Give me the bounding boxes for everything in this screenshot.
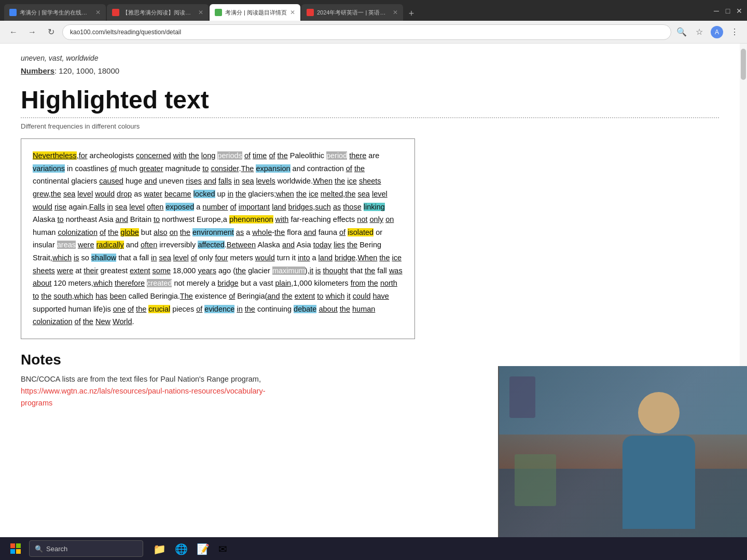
word-for: for — [79, 151, 88, 160]
word-icon: 📝 — [197, 543, 208, 554]
tab-2-close[interactable]: ✕ — [198, 9, 203, 16]
new-tab-button[interactable]: + — [404, 6, 419, 21]
word-also: also — [154, 228, 168, 236]
word-level1: level — [77, 190, 93, 198]
word-on2: on — [170, 228, 178, 236]
tab-2[interactable]: 【雅思考满分阅读】阅读题题阅... ✕ — [107, 4, 209, 21]
menu-icon[interactable]: ⋮ — [728, 26, 741, 38]
word-level2: level — [372, 190, 388, 198]
tab-1-close[interactable]: ✕ — [95, 9, 101, 16]
word-colonization2: colonization — [33, 317, 73, 326]
toolbar-icons: 🔍 ☆ A ⋮ — [675, 26, 741, 38]
tab-1-icon — [9, 9, 17, 16]
word-four: four — [215, 254, 228, 262]
word-were2: were — [57, 267, 73, 275]
word-on1: on — [385, 215, 394, 223]
word-the15: the — [236, 267, 246, 275]
word-of2: of — [269, 151, 275, 160]
text-box: Nevertheless,for archeologists concerned… — [21, 138, 415, 339]
word-of11: of — [196, 305, 202, 313]
tab-4[interactable]: 2024年考研英语一 | 英语真题... ✕ — [301, 4, 403, 21]
address-bar-row: ← → ↻ kao100.com/ielts/reading/question/… — [0, 21, 747, 44]
word-levels: levels — [256, 177, 275, 185]
word-of10: of — [128, 305, 134, 313]
tab-2-icon — [112, 9, 119, 16]
word-which2: which — [93, 279, 113, 287]
word-in3: in — [107, 203, 113, 211]
word-and6: and — [267, 292, 280, 300]
tab-4-close[interactable]: ✕ — [393, 9, 398, 16]
address-bar[interactable]: kao100.com/ielts/reading/question/detail — [62, 24, 671, 40]
tab-1[interactable]: 考满分 | 留学考生的在线课堂 ✕ — [4, 4, 106, 21]
taskbar-app-email[interactable]: ✉ — [215, 539, 233, 558]
user-avatar[interactable]: A — [711, 26, 723, 38]
word-years: years — [198, 267, 216, 275]
word-those: those — [343, 203, 361, 211]
word-to2: to — [58, 215, 64, 223]
word-grew: grew — [33, 190, 49, 198]
word-created: created — [147, 279, 172, 287]
word-list: uneven, vast, worldwide — [21, 54, 719, 62]
word-the7: the — [236, 190, 246, 198]
word-the16: the — [365, 267, 375, 275]
word-of5: of — [230, 203, 237, 211]
word-with2: with — [275, 215, 289, 223]
tab-4-icon — [307, 9, 314, 16]
bookmark-icon[interactable]: ☆ — [693, 26, 706, 38]
word-globe: globe — [120, 228, 139, 236]
word-not: not — [357, 215, 367, 223]
word-became: became — [164, 190, 191, 198]
notes-link2[interactable]: programs — [21, 399, 52, 407]
minimize-button[interactable]: ─ — [713, 7, 720, 14]
word-the17: the — [368, 279, 378, 287]
word-the24: the — [83, 317, 93, 326]
word-and1: and — [144, 177, 157, 185]
webcam-overlay — [498, 366, 747, 537]
word-world: World — [113, 317, 132, 326]
taskbar-app-chrome[interactable]: 🌐 — [171, 539, 190, 558]
taskbar-search-icon: 🔍 — [35, 545, 43, 553]
email-icon: ✉ — [218, 543, 230, 554]
taskbar-app-word[interactable]: 📝 — [193, 539, 212, 558]
word-land1: land — [272, 203, 286, 211]
word-ice2: ice — [309, 190, 319, 198]
word-of9: of — [229, 292, 235, 300]
maximize-button[interactable]: □ — [724, 7, 731, 14]
tab-3-close[interactable]: ✕ — [290, 9, 295, 16]
word-the14: the — [379, 254, 390, 262]
word-sea5: sea — [159, 254, 171, 262]
word-the21: the — [136, 305, 146, 313]
search-icon[interactable]: 🔍 — [675, 26, 688, 38]
taskbar: 🔍 Search 📁 🌐 📝 ✉ — [0, 537, 747, 560]
word-some: some — [153, 267, 171, 275]
word-the2: the — [278, 151, 288, 160]
word-ice3: ice — [392, 254, 402, 262]
numbers-label: Numbers — [21, 66, 54, 75]
word-when3: When — [357, 254, 377, 262]
word-time: time — [253, 151, 267, 160]
close-button[interactable]: ✕ — [736, 7, 743, 14]
word-of1: of — [244, 151, 251, 160]
taskbar-app-files[interactable]: 📁 — [149, 539, 168, 558]
forward-button[interactable]: → — [25, 25, 39, 39]
word-extent2: extent — [295, 292, 315, 300]
person-head — [638, 392, 680, 433]
subtitle: Different frequencies in different colou… — [21, 122, 719, 130]
refresh-button[interactable]: ↻ — [44, 25, 58, 39]
word-would3: would — [255, 254, 275, 262]
start-button[interactable] — [6, 539, 25, 558]
person-silhouette — [602, 392, 716, 537]
word-the6: the — [51, 190, 61, 198]
word-of8: of — [191, 254, 197, 262]
scrollbar-thumb[interactable] — [741, 49, 746, 80]
tab-3[interactable]: 考满分 | 阅读题目详情页 ✕ — [210, 4, 300, 21]
word-with1: with — [173, 151, 187, 160]
taskbar-search-box[interactable]: 🔍 Search — [29, 540, 143, 557]
notes-link[interactable]: https://www.wgtn.ac.nz/lals/resources/pa… — [21, 387, 265, 395]
svg-rect-1 — [16, 543, 21, 548]
word-the20: the — [282, 292, 293, 300]
back-button[interactable]: ← — [6, 25, 21, 39]
room-item-bottle — [509, 376, 535, 418]
word-the5: the — [335, 177, 345, 185]
svg-rect-0 — [10, 543, 15, 548]
